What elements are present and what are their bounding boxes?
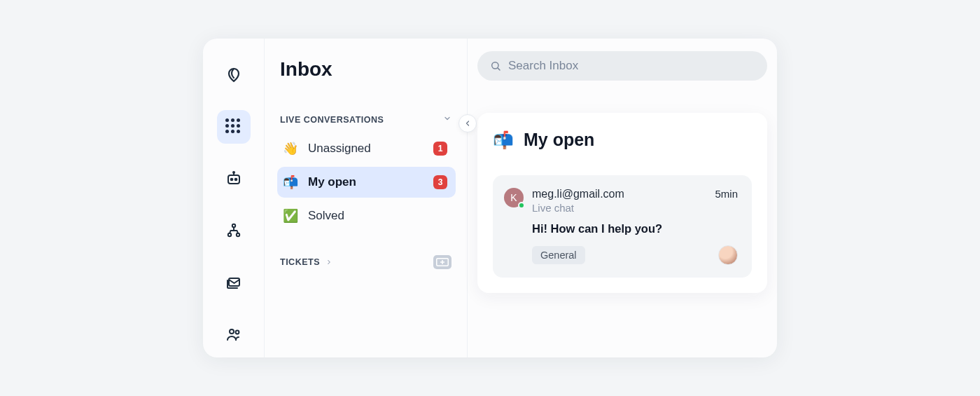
sidebar: Inbox LIVE CONVERSATIONS 👋 Unassigned 1 … (265, 39, 468, 357)
chevron-down-icon (443, 114, 451, 125)
avatar-initial: K (510, 192, 517, 203)
folder-my-open[interactable]: 📬 My open 3 (277, 167, 456, 198)
nav-org[interactable] (217, 214, 251, 247)
check-icon: ✅ (283, 208, 298, 224)
folder-solved[interactable]: ✅ Solved (277, 200, 456, 231)
customer-avatar: K (504, 188, 524, 207)
time-ago: 5min (715, 188, 738, 200)
collapse-sidebar-button[interactable] (458, 114, 477, 132)
folder-list: 👋 Unassigned 1 📬 My open 3 ✅ Solved (277, 133, 456, 231)
section-tickets-label: TICKETS (280, 257, 320, 267)
ticket-plus-icon (436, 257, 449, 267)
folder-label: Unassigned (308, 142, 424, 156)
topic-tag: General (532, 246, 585, 264)
mailbox-icon: 📬 (283, 175, 298, 190)
main-panel: Search Inbox 📬 My open K meg.li@gmail.co… (468, 39, 777, 357)
conversations-panel: 📬 My open K meg.li@gmail.com Live chat 5… (477, 113, 767, 293)
bot-icon (225, 170, 242, 187)
add-ticket-button[interactable] (433, 255, 451, 269)
wave-icon: 👋 (283, 141, 298, 156)
logo-icon (225, 67, 242, 83)
svg-point-2 (234, 179, 237, 181)
nav-people[interactable] (217, 318, 251, 351)
chevron-right-icon (326, 259, 332, 266)
nav-apps[interactable] (217, 110, 251, 144)
agent-avatar (718, 245, 738, 265)
chevron-left-icon (463, 119, 472, 128)
org-icon (225, 222, 242, 239)
app-window: Inbox LIVE CONVERSATIONS 👋 Unassigned 1 … (203, 39, 777, 357)
nav-mail[interactable] (217, 266, 251, 299)
svg-rect-0 (228, 175, 239, 184)
mailbox-icon: 📬 (493, 130, 514, 150)
sidebar-title: Inbox (277, 58, 456, 81)
channel-label: Live chat (532, 202, 706, 214)
section-conversations-header[interactable]: LIVE CONVERSATIONS (277, 114, 456, 133)
count-badge: 3 (433, 175, 447, 189)
nav-bot[interactable] (217, 162, 251, 196)
people-icon (225, 326, 242, 343)
panel-title: 📬 My open (493, 130, 752, 150)
presence-online-icon (518, 202, 525, 209)
section-conversations-label: LIVE CONVERSATIONS (280, 115, 384, 125)
folder-label: Solved (308, 209, 447, 223)
panel-title-text: My open (524, 130, 594, 150)
mail-icon (225, 274, 242, 291)
nav-logo[interactable] (217, 58, 251, 92)
svg-point-8 (230, 329, 234, 334)
search-placeholder: Search Inbox (508, 59, 578, 73)
svg-point-9 (235, 331, 239, 334)
grid-icon (225, 118, 242, 135)
svg-point-1 (230, 179, 232, 181)
sender-address: meg.li@gmail.com (532, 188, 706, 200)
section-tickets-header[interactable]: TICKETS (277, 255, 456, 269)
folder-unassigned[interactable]: 👋 Unassigned 1 (277, 133, 456, 164)
search-icon (490, 60, 501, 71)
svg-point-11 (492, 62, 498, 69)
svg-point-3 (233, 172, 234, 173)
folder-label: My open (308, 175, 424, 189)
conversation-card[interactable]: K meg.li@gmail.com Live chat 5min Hi! Ho… (493, 175, 752, 278)
search-input[interactable]: Search Inbox (477, 51, 767, 81)
count-badge: 1 (433, 142, 447, 156)
svg-rect-7 (229, 278, 239, 286)
message-preview: Hi! How can I help you? (532, 222, 738, 235)
nav-rail (203, 39, 265, 357)
